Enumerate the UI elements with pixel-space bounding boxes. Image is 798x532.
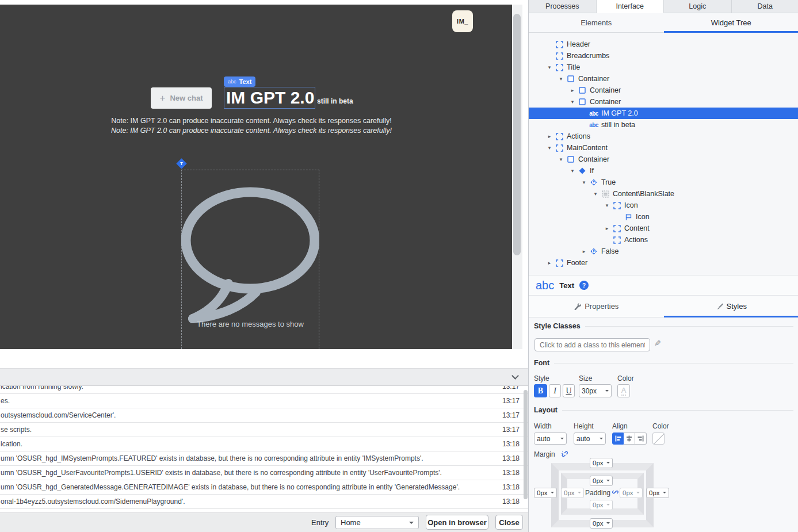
- tree-item-footer[interactable]: ▸ Footer: [529, 257, 798, 269]
- placeholder-brackets-icon: [554, 259, 564, 267]
- tab-widget-tree[interactable]: Widget Tree: [664, 13, 798, 32]
- expand-arrow-icon[interactable]: ▾: [579, 179, 589, 185]
- tab-logic[interactable]: Logic: [664, 0, 732, 13]
- log-time: 13:18: [502, 454, 520, 462]
- open-in-browser-button[interactable]: Open in browser: [426, 515, 488, 530]
- tab-styles[interactable]: Styles: [664, 296, 798, 317]
- margin-top-select[interactable]: 0px: [590, 458, 613, 468]
- tree-item-if[interactable]: ▾ If: [529, 165, 798, 177]
- link-icon[interactable]: [612, 488, 619, 496]
- log-row[interactable]: se scripts. 13:17: [0, 423, 528, 437]
- height-select[interactable]: auto: [574, 433, 606, 445]
- log-row[interactable]: onal-1b4eyzz5.outsystemscloud.com/Sideme…: [0, 495, 528, 509]
- tree-item-container[interactable]: ▾ Container: [529, 73, 798, 85]
- collapse-arrow-icon[interactable]: ▸: [568, 87, 577, 93]
- tree-item-icon-widget[interactable]: Icon: [529, 211, 798, 223]
- true-branch-marker[interactable]: T: [176, 158, 186, 169]
- collapse-arrow-icon[interactable]: ▸: [602, 225, 612, 231]
- log-row[interactable]: umn 'OSUSR_hgd_UserFavouritePrompts1.USE…: [0, 466, 528, 480]
- placeholder-brackets-icon: [612, 236, 622, 244]
- layout-color-swatch[interactable]: [652, 433, 665, 445]
- new-chat-button[interactable]: + New chat: [151, 87, 212, 109]
- tree-item-container[interactable]: ▾ Container: [529, 96, 798, 108]
- collapse-arrow-icon[interactable]: ▸: [545, 260, 554, 266]
- tree-item-container[interactable]: ▾ Container: [529, 154, 798, 165]
- entry-select[interactable]: Home: [335, 516, 419, 529]
- margin-left-select[interactable]: 0px: [534, 488, 557, 498]
- width-select[interactable]: auto: [534, 433, 567, 445]
- tab-data[interactable]: Data: [732, 0, 798, 13]
- layout-heading: Layout: [534, 406, 793, 414]
- tree-item-true-branch[interactable]: ▾ T True: [529, 177, 798, 188]
- tree-item-header[interactable]: Header: [529, 39, 798, 50]
- padding-top-select[interactable]: 0px: [590, 476, 613, 486]
- tree-item-breadcrumbs[interactable]: Breadcrumbs: [529, 50, 798, 62]
- log-panel-header[interactable]: [0, 368, 528, 386]
- tab-processes[interactable]: Processes: [529, 0, 597, 13]
- log-row[interactable]: umn 'OSUSR_hgd_GeneratedMessage.GENERATE…: [0, 480, 528, 495]
- margin-right-select[interactable]: 0px: [646, 488, 669, 498]
- log-row[interactable]: outsystemscloud.com/ServiceCenter'. 13:1…: [0, 408, 528, 423]
- bold-button[interactable]: B: [534, 384, 547, 397]
- tree-item-false-branch[interactable]: ▸ F False: [529, 246, 798, 257]
- underline-button[interactable]: U: [563, 384, 575, 397]
- log-row[interactable]: ication from running slowly. 13:17: [0, 386, 528, 394]
- tree-item-icon-placeholder[interactable]: ▾ Icon: [529, 200, 798, 211]
- expand-arrow-icon[interactable]: ▾: [591, 191, 600, 197]
- log-message: ication.: [1, 440, 22, 448]
- expand-arrow-icon[interactable]: ▾: [556, 76, 566, 82]
- padding-bottom-select[interactable]: 0px: [590, 500, 613, 510]
- tree-item-maincontent[interactable]: ▾ MainContent: [529, 142, 798, 154]
- tree-item-container[interactable]: ▸ Container: [529, 85, 798, 96]
- collapse-arrow-icon[interactable]: ▸: [545, 133, 554, 139]
- help-icon[interactable]: ?: [579, 281, 589, 290]
- expand-arrow-icon[interactable]: ▾: [568, 99, 577, 105]
- font-size-select[interactable]: 30px: [579, 384, 612, 397]
- tree-item-im-gpt-text-selected[interactable]: abc IM GPT 2.0: [529, 108, 798, 119]
- log-scrollbar-thumb[interactable]: [524, 390, 528, 499]
- chevron-down-icon[interactable]: [511, 372, 519, 380]
- container-icon: [577, 98, 587, 105]
- font-color-button[interactable]: A: [617, 384, 630, 397]
- tree-item-actions-inner[interactable]: Actions: [529, 234, 798, 246]
- new-chat-label: New chat: [170, 94, 203, 102]
- margin-bottom-select[interactable]: 0px: [590, 518, 613, 529]
- expand-arrow-icon[interactable]: ▾: [602, 202, 612, 208]
- align-right-button[interactable]: [635, 433, 647, 445]
- selected-widget-badge: abc Text: [224, 76, 255, 87]
- log-row[interactable]: es. 13:17: [0, 394, 528, 408]
- padding-label: Padding: [585, 489, 610, 497]
- unlink-icon[interactable]: [560, 450, 569, 458]
- app-subtitle-text[interactable]: still in beta: [317, 97, 353, 105]
- expand-arrow-icon[interactable]: ▾: [545, 64, 554, 70]
- tab-elements[interactable]: Elements: [529, 13, 664, 32]
- collapse-arrow-icon[interactable]: ▸: [579, 248, 589, 254]
- app-title-text[interactable]: IM GPT 2.0: [224, 87, 315, 109]
- expand-arrow-icon[interactable]: ▾: [545, 145, 554, 151]
- log-row[interactable]: ication. 13:18: [0, 437, 528, 451]
- align-center-button[interactable]: [624, 433, 635, 445]
- tree-item-actions[interactable]: ▸ Actions: [529, 131, 798, 142]
- close-button[interactable]: Close: [495, 515, 523, 530]
- log-message: onal-1b4eyzz5.outsystemscloud.com/Sideme…: [1, 497, 185, 506]
- pencil-icon[interactable]: ✎: [654, 339, 661, 348]
- tab-interface[interactable]: Interface: [597, 0, 665, 13]
- style-class-input[interactable]: [534, 338, 650, 351]
- text-abc-icon: abc: [536, 279, 554, 292]
- tree-item-blankslate-block[interactable]: ▾ Content\BlankSlate: [529, 188, 798, 200]
- tree-item-title[interactable]: ▾ Title: [529, 62, 798, 73]
- tree-item-still-in-beta[interactable]: abc still in beta: [529, 119, 798, 131]
- placeholder-brackets-icon: [554, 64, 564, 71]
- log-row[interactable]: umn 'OSUSR_hgd_IMSystemPrompts.FEATURED'…: [0, 451, 528, 466]
- expand-arrow-icon[interactable]: ▾: [556, 156, 566, 162]
- expand-arrow-icon[interactable]: ▾: [568, 168, 577, 174]
- tab-properties[interactable]: Properties: [529, 296, 664, 317]
- padding-left-select[interactable]: 0px: [561, 488, 584, 498]
- italic-button[interactable]: I: [549, 384, 561, 397]
- preview-scrollbar[interactable]: [512, 5, 522, 349]
- preview-scrollbar-thumb[interactable]: [513, 14, 521, 255]
- tree-item-content[interactable]: ▸ Content: [529, 223, 798, 234]
- align-left-button[interactable]: [612, 433, 624, 445]
- placeholder-brackets-icon: [554, 41, 564, 48]
- padding-right-select[interactable]: 0px: [620, 488, 643, 498]
